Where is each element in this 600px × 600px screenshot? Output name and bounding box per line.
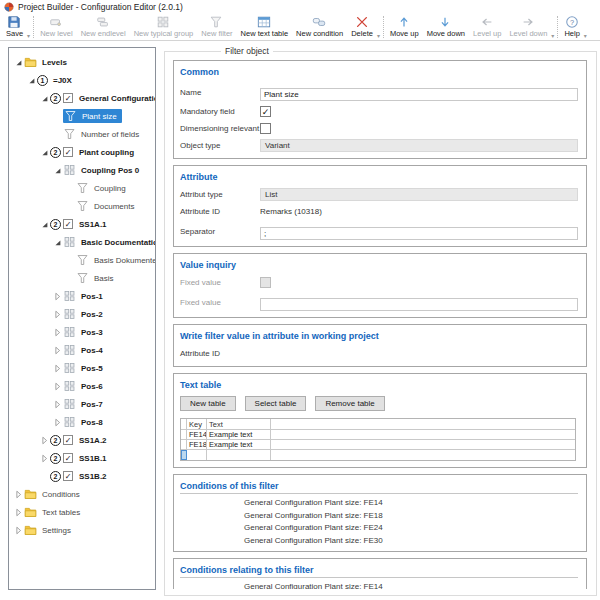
tree-item-plant-coupling[interactable]: 2✓Plant coupling — [9, 143, 155, 161]
tree-item-levels[interactable]: Levels — [9, 53, 155, 71]
dimensioning-relevant-checkbox[interactable]: ✓ — [260, 123, 271, 134]
expander-icon[interactable] — [52, 291, 63, 302]
new-level-button[interactable]: New level — [36, 14, 77, 40]
tree-item-documents[interactable]: Documents — [9, 197, 155, 215]
new-filter-button[interactable]: New filter — [197, 14, 236, 40]
new-text-table-button[interactable]: New text table — [237, 14, 293, 40]
move-down-button[interactable]: Move down — [423, 14, 469, 40]
tree-item-checkbox[interactable]: ✓ — [63, 453, 73, 463]
object-type-field[interactable]: Variant — [260, 139, 578, 152]
expander-icon[interactable] — [39, 219, 50, 230]
tree-item-general-configuration[interactable]: 2✓General Configuration — [9, 89, 155, 107]
condition-item[interactable]: General Configuration Plant size: FE14 — [180, 581, 578, 589]
help-button[interactable]: ?Help — [560, 14, 583, 40]
tree-item-pos-5[interactable]: Pos-5 — [9, 359, 155, 377]
column-header-text[interactable]: Text — [207, 419, 271, 429]
tree-item-checkbox[interactable]: ✓ — [63, 219, 73, 229]
expander-icon[interactable] — [39, 93, 50, 104]
tree-item-pos-3[interactable]: Pos-3 — [9, 323, 155, 341]
expander-icon[interactable] — [26, 75, 37, 86]
tree-item-coupling-pos-0[interactable]: Coupling Pos 0 — [9, 161, 155, 179]
expander-icon[interactable] — [52, 381, 63, 392]
tree-item-pos-1[interactable]: Pos-1 — [9, 287, 155, 305]
tree-item-pos-6[interactable]: Pos-6 — [9, 377, 155, 395]
separator-input[interactable] — [260, 227, 578, 240]
tree-item-checkbox[interactable]: ✓ — [63, 435, 73, 445]
toolbar-group-overflow[interactable]: ▾ — [27, 33, 31, 40]
tree-item-checkbox[interactable]: ✓ — [63, 147, 73, 157]
expander-icon[interactable] — [39, 147, 50, 158]
expander-icon[interactable] — [13, 489, 24, 500]
tree-item-plant-size[interactable]: Plant size — [9, 107, 155, 125]
mandatory-field-checkbox[interactable]: ✓ — [260, 106, 271, 117]
tree-item-ss1b-1[interactable]: 2✓SS1B.1 — [9, 449, 155, 467]
tree-item-pos-8[interactable]: Pos-8 — [9, 413, 155, 431]
name-input[interactable] — [260, 88, 578, 101]
condition-item[interactable]: General Configuration Plant size: FE30 — [180, 535, 578, 548]
tree-item-ss1a-2[interactable]: 2✓SS1A.2 — [9, 431, 155, 449]
expander-icon[interactable] — [52, 237, 63, 248]
expander-icon[interactable] — [52, 399, 63, 410]
attribut-type-field[interactable]: List — [260, 188, 578, 201]
tree-item-ss1a-1[interactable]: 2✓SS1A.1 — [9, 215, 155, 233]
expander-placeholder — [65, 273, 76, 284]
expander-icon[interactable] — [39, 435, 50, 446]
tree-item-conditions[interactable]: Conditions — [9, 485, 155, 503]
select-table-button[interactable]: Select table — [245, 396, 307, 411]
text-cell[interactable]: Example text — [207, 430, 271, 439]
toolbar-group-overflow[interactable]: ▾ — [377, 33, 381, 40]
tree-item-pos-7[interactable]: Pos-7 — [9, 395, 155, 413]
toolbar-group-overflow[interactable]: ▾ — [551, 33, 555, 40]
tree-item-ss1b-2[interactable]: 2✓SS1B.2 — [9, 467, 155, 485]
section-write-filter: Write filter value in attribute in worki… — [173, 324, 587, 367]
tree-item-j0x[interactable]: 1=J0X — [9, 71, 155, 89]
tree-item-basis-dokumente[interactable]: Basis Dokumente — [9, 251, 155, 269]
expander-icon[interactable] — [13, 525, 24, 536]
new-typical-group-icon — [156, 15, 171, 29]
expander-icon[interactable] — [52, 165, 63, 176]
level-up-button[interactable]: Level up — [469, 14, 505, 40]
key-cell[interactable] — [187, 450, 207, 460]
key-cell[interactable]: FE18 — [187, 440, 207, 449]
new-typical-group-button[interactable]: New typical group — [130, 14, 198, 40]
tree-item-pos-4[interactable]: Pos-4 — [9, 341, 155, 359]
tree-item-settings[interactable]: Settings — [9, 521, 155, 539]
fixed-value-input[interactable] — [260, 298, 578, 311]
expander-icon[interactable] — [13, 57, 24, 68]
tree-item-basic-documentation[interactable]: Basic Documentation — [9, 233, 155, 251]
text-cell[interactable]: Example text — [207, 440, 271, 449]
remove-table-button[interactable]: Remove table — [315, 396, 384, 411]
new-endlevel-button[interactable]: New endlevel — [77, 14, 130, 40]
move-up-button[interactable]: Move up — [386, 14, 423, 40]
tree-item-checkbox[interactable]: ✓ — [63, 93, 73, 103]
column-header-key[interactable]: Key — [187, 419, 207, 429]
condition-item[interactable]: General Configuration Plant size: FE18 — [180, 510, 578, 523]
section-attribute: Attribute Attribut type List Attribute I… — [173, 165, 587, 247]
key-cell[interactable]: FE14 — [187, 430, 207, 439]
expander-icon[interactable] — [52, 345, 63, 356]
title-bar: Project Builder - Configuration Editor (… — [0, 0, 600, 14]
new-table-button[interactable]: New table — [180, 396, 236, 411]
toolbar-group-overflow[interactable]: ▾ — [584, 33, 588, 40]
expander-icon[interactable] — [52, 363, 63, 374]
expander-icon[interactable] — [52, 417, 63, 428]
fixed-value-checkbox[interactable] — [260, 277, 271, 288]
tree-item-coupling[interactable]: Coupling — [9, 179, 155, 197]
tree-item-basis[interactable]: Basis — [9, 269, 155, 287]
expander-icon[interactable] — [52, 327, 63, 338]
delete-button[interactable]: Delete — [347, 14, 377, 40]
help-icon: ? — [565, 15, 580, 29]
tree-item-checkbox[interactable]: ✓ — [63, 471, 73, 481]
save-button[interactable]: Save — [2, 14, 27, 40]
expander-icon[interactable] — [52, 309, 63, 320]
text-cell[interactable] — [207, 450, 271, 460]
new-condition-button[interactable]: New condition — [292, 14, 347, 40]
condition-item[interactable]: General Configuration Plant size: FE14 — [180, 497, 578, 510]
tree-item-text-tables[interactable]: Text tables — [9, 503, 155, 521]
expander-icon[interactable] — [39, 453, 50, 464]
tree-item-pos-2[interactable]: Pos-2 — [9, 305, 155, 323]
condition-item[interactable]: General Configuration Plant size: FE24 — [180, 522, 578, 535]
level-down-button[interactable]: Level down — [505, 14, 551, 40]
tree-item-number-of-fields[interactable]: Number of fields — [9, 125, 155, 143]
expander-icon[interactable] — [13, 507, 24, 518]
